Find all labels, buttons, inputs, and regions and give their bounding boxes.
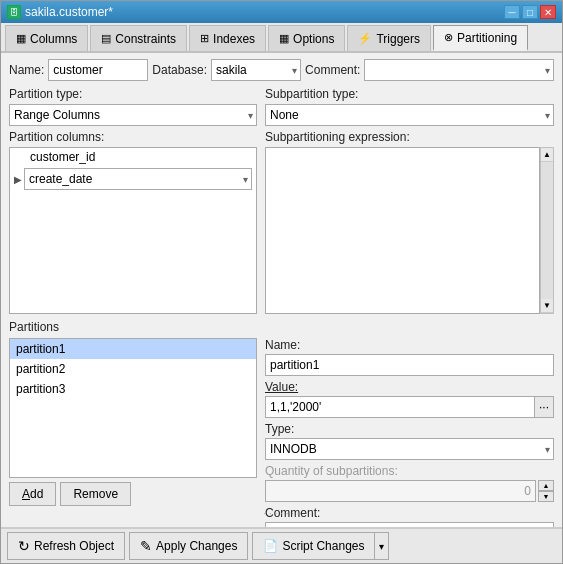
add-label: dd (30, 487, 43, 501)
script-dropdown-arrow[interactable]: ▾ (374, 532, 389, 560)
tab-indexes-label: Indexes (213, 32, 255, 46)
detail-comment-select[interactable] (265, 522, 554, 527)
detail-value-label: Value: (265, 380, 554, 394)
apply-button[interactable]: ✎ Apply Changes (129, 532, 248, 560)
partition-columns-label: Partition columns: (9, 130, 257, 144)
spin-down[interactable]: ▼ (538, 491, 554, 502)
subpartitioning-col: Subpartitioning expression: ▲ ▼ (265, 130, 554, 314)
column-create-date[interactable]: ▶ create_date (10, 166, 256, 192)
detail-name-input[interactable] (265, 354, 554, 376)
partition-list-area: partition1 partition2 partition3 Add (9, 338, 257, 506)
subpartitioning-textarea[interactable] (265, 147, 540, 314)
scroll-track (541, 162, 553, 299)
partitions-title: Partitions (9, 320, 554, 334)
detail-name-label: Name: (265, 338, 554, 352)
remove-button[interactable]: Remove (60, 482, 131, 506)
partition-item-1-text: partition1 (16, 342, 65, 356)
database-label: Database: (152, 63, 207, 77)
pt-left: Partition type: Range Columns (9, 87, 257, 126)
partition-buttons: Add Remove (9, 482, 257, 506)
database-select[interactable]: sakila (211, 59, 301, 81)
partition-type-row: Partition type: Range Columns Subpartiti… (9, 87, 554, 126)
tab-partitioning-label: Partitioning (457, 31, 517, 45)
name-label: Name: (9, 63, 44, 77)
detail-value-dots-btn[interactable]: ··· (534, 396, 554, 418)
indexes-tab-icon: ⊞ (200, 32, 209, 45)
detail-quantity-input[interactable] (265, 480, 536, 502)
column-customer-id[interactable]: customer_id (10, 148, 256, 166)
partition-item-1[interactable]: partition1 (10, 339, 256, 359)
tab-triggers-label: Triggers (376, 32, 420, 46)
subpartition-type-label: Subpartition type: (265, 87, 554, 101)
maximize-button[interactable]: □ (522, 5, 538, 19)
partition-item-3[interactable]: partition3 (10, 379, 256, 399)
partitioning-tab-icon: ⊗ (444, 31, 453, 44)
refresh-icon: ↻ (18, 538, 30, 554)
title-bar-left: 🗄 sakila.customer* (7, 5, 113, 19)
subpartitioning-label: Subpartitioning expression: (265, 130, 554, 144)
refresh-button[interactable]: ↻ Refresh Object (7, 532, 125, 560)
tab-columns-label: Columns (30, 32, 77, 46)
tab-columns[interactable]: ▦ Columns (5, 25, 88, 51)
tab-partitioning[interactable]: ⊗ Partitioning (433, 25, 528, 51)
detail-name-row: Name: (265, 338, 554, 376)
constraints-tab-icon: ▤ (101, 32, 111, 45)
detail-type-select[interactable]: INNODB (265, 438, 554, 460)
tab-constraints[interactable]: ▤ Constraints (90, 25, 187, 51)
column-expand-icon: ▶ (14, 174, 22, 185)
partition-item-2[interactable]: partition2 (10, 359, 256, 379)
name-input[interactable] (48, 59, 148, 81)
partition-type-select[interactable]: Range Columns (9, 104, 257, 126)
detail-quantity-row: Quantity of subpartitions: ▲ ▼ (265, 464, 554, 502)
window-title: sakila.customer* (25, 5, 113, 19)
options-tab-icon: ▦ (279, 32, 289, 45)
close-button[interactable]: ✕ (540, 5, 556, 19)
partition-item-2-text: partition2 (16, 362, 65, 376)
detail-quantity-label: Quantity of subpartitions: (265, 464, 554, 478)
partitions-content: partition1 partition2 partition3 Add (9, 338, 554, 506)
scroll-down[interactable]: ▼ (541, 299, 553, 313)
detail-type-label: Type: (265, 422, 554, 436)
content-area: Name: Database: sakila Comment: Partitio… (1, 53, 562, 527)
name-row: Name: Database: sakila Comment: (9, 59, 554, 81)
partition-columns-col: Partition columns: customer_id ▶ create_… (9, 130, 257, 314)
column-create-date-select[interactable]: create_date (24, 168, 252, 190)
grip: · · · · · · · (9, 506, 554, 521)
column-customer-id-text: customer_id (30, 150, 95, 164)
app-icon: 🗄 (7, 5, 21, 19)
script-label: Script Changes (282, 539, 364, 553)
title-bar: 🗄 sakila.customer* ─ □ ✕ (1, 1, 562, 23)
detail-value-input[interactable] (265, 396, 534, 418)
scroll-up[interactable]: ▲ (541, 148, 553, 162)
detail-type-row: Type: INNODB (265, 422, 554, 460)
script-icon: 📄 (263, 539, 278, 553)
add-button[interactable]: Add (9, 482, 56, 506)
apply-icon: ✎ (140, 538, 152, 554)
partitions-section: Partitions partition1 partition2 partiti… (9, 320, 554, 506)
tab-indexes[interactable]: ⊞ Indexes (189, 25, 266, 51)
tabs-bar: ▦ Columns ▤ Constraints ⊞ Indexes ▦ Opti… (1, 23, 562, 53)
script-button[interactable]: 📄 Script Changes (252, 532, 374, 560)
tab-constraints-label: Constraints (115, 32, 176, 46)
remove-label: Remove (73, 487, 118, 501)
main-window: 🗄 sakila.customer* ─ □ ✕ ▦ Columns ▤ Con… (0, 0, 563, 564)
footer-bar: ↻ Refresh Object ✎ Apply Changes 📄 Scrip… (1, 527, 562, 563)
tab-options-label: Options (293, 32, 334, 46)
tab-triggers[interactable]: ⚡ Triggers (347, 25, 431, 51)
refresh-label: Refresh Object (34, 539, 114, 553)
partition-type-label: Partition type: (9, 87, 257, 101)
subpartition-type-select[interactable]: None (265, 104, 554, 126)
apply-label: Apply Changes (156, 539, 237, 553)
title-controls: ─ □ ✕ (504, 5, 556, 19)
detail-value-row: Value: ··· (265, 380, 554, 418)
tab-options[interactable]: ▦ Options (268, 25, 345, 51)
columns-row: Partition columns: customer_id ▶ create_… (9, 130, 554, 314)
comment-select[interactable] (364, 59, 554, 81)
minimize-button[interactable]: ─ (504, 5, 520, 19)
spin-buttons: ▲ ▼ (538, 480, 554, 502)
spin-up[interactable]: ▲ (538, 480, 554, 491)
subpartition-area: ▲ ▼ (265, 147, 554, 314)
add-underline: A (22, 487, 30, 501)
scroll-area: ▲ ▼ (540, 147, 554, 314)
detail-value-input-wrapper: ··· (265, 396, 554, 418)
